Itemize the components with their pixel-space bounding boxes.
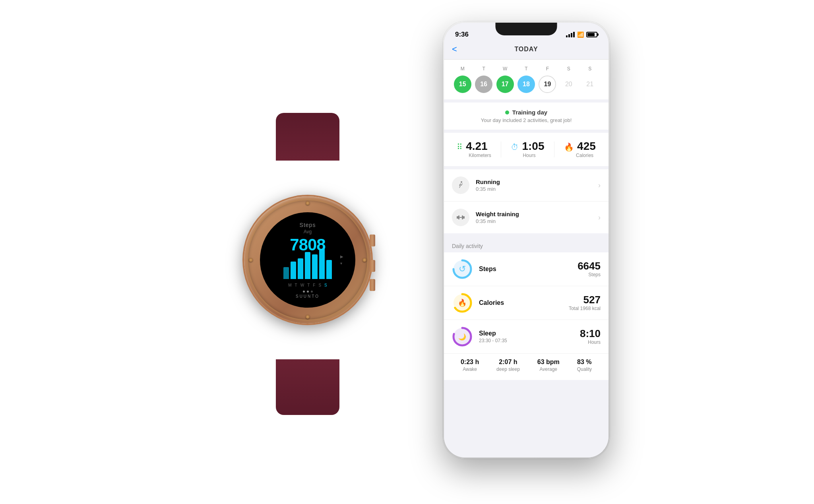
watch-dot-2: [307, 291, 309, 293]
day-label-m: M: [454, 66, 471, 72]
watch-day-s2: S: [324, 283, 327, 287]
day-label-f: F: [539, 66, 556, 72]
stat-duration: ⏱ 1:05 Hours: [511, 141, 544, 158]
sleep-unit: Hours: [580, 339, 601, 345]
activity-row-running[interactable]: Running 0:35 min ›: [444, 169, 609, 202]
stat-calories: 🔥 425 Calories: [564, 141, 596, 158]
calories-unit: Calories: [576, 153, 593, 158]
phone-frame: 9:36 📶: [443, 21, 610, 459]
calories-icon: 🔥: [458, 299, 467, 307]
phone-content[interactable]: < TODAY M T W T F S S: [444, 42, 609, 457]
sleep-metric-deep: 2:07 h deep sleep: [496, 359, 520, 372]
watch-button-3[interactable]: [370, 279, 375, 291]
watch-bar-3: [298, 258, 303, 279]
sleep-value: 8:10: [580, 328, 601, 339]
calories-info: Calories: [479, 299, 569, 306]
stat-divider-1: [501, 142, 501, 157]
calendar-day-17[interactable]: 17: [496, 76, 514, 93]
training-day-subtitle: Your day included 2 activities, great jo…: [452, 117, 601, 123]
svg-rect-1: [457, 216, 458, 219]
steps-name: Steps: [479, 266, 578, 273]
day-label-t2: T: [517, 66, 535, 72]
battery-fill: [587, 33, 595, 36]
training-day-title: Training day: [452, 109, 601, 116]
watch-arrow-down: ▾: [340, 261, 343, 266]
back-button[interactable]: <: [452, 44, 457, 54]
watch-screen: Steps Avg 7808 ▶ ▾: [260, 212, 355, 308]
phone-inner: 9:36 📶: [444, 23, 609, 457]
calories-name: Calories: [479, 299, 569, 306]
watch-bar-7: [326, 260, 332, 279]
status-time: 9:36: [455, 31, 469, 39]
watch-day-w: W: [300, 283, 304, 287]
daily-stat-steps[interactable]: ↺ Steps 6645 Steps: [444, 252, 609, 286]
watch-nav-arrows: ▶ ▾: [340, 254, 343, 266]
duration-value: 1:05: [522, 141, 544, 152]
daily-stat-calories[interactable]: 🔥 Calories 527 Total 1968 kcal: [444, 286, 609, 320]
watch-button-1[interactable]: [370, 235, 375, 246]
watch-screw: [306, 315, 310, 319]
stats-row: ⠿ 4.21 Kilometers ⏱ 1:05 Hours: [444, 133, 609, 166]
sleep-icon: 🌙: [458, 333, 466, 341]
running-chevron: ›: [598, 181, 601, 190]
phone-notch: [496, 23, 557, 35]
sleep-metric-awake: 0:23 h Awake: [461, 359, 479, 372]
watch-day-f: F: [313, 283, 315, 287]
running-name: Running: [476, 178, 598, 185]
signal-bar-4: [573, 32, 575, 37]
watch-bar-chart: [283, 259, 332, 279]
daily-stat-sleep[interactable]: 🌙 Sleep 23:30 - 07:35 8:10 Hours: [444, 320, 609, 354]
training-day-section: Training day Your day included 2 activit…: [444, 103, 609, 130]
activity-row-weights[interactable]: Weight training 0:35 min ›: [444, 202, 609, 233]
running-icon: [452, 176, 469, 194]
training-day-label: Training day: [512, 109, 547, 116]
deep-sleep-label: deep sleep: [496, 366, 520, 372]
watch-bar-2: [291, 262, 296, 279]
stat-distance-val: ⠿ 4.21: [457, 141, 488, 152]
weights-chevron: ›: [598, 213, 601, 222]
calories-value-block: 527 Total 1968 kcal: [569, 295, 601, 311]
day-label-w: W: [496, 66, 514, 72]
calendar-week: M T W T F S S 15 16 17 18: [444, 60, 609, 99]
svg-rect-5: [459, 217, 462, 218]
watch-avg-label: Avg: [304, 229, 312, 235]
sleep-breakdown: 0:23 h Awake 2:07 h deep sleep 63 bpm Av…: [444, 354, 609, 380]
calendar-day-15[interactable]: 15: [454, 76, 471, 93]
watch-day-m: M: [288, 283, 291, 287]
steps-value-block: 6645 Steps: [578, 261, 601, 277]
calories-daily-value: 527: [569, 295, 601, 305]
watch-case: Steps Avg 7808 ▶ ▾: [244, 196, 371, 324]
watch-dot-3: [311, 291, 313, 293]
calories-circle-progress: 🔥: [452, 293, 473, 313]
stat-calories-val: 🔥 425: [564, 141, 596, 152]
steps-info: Steps: [479, 266, 578, 273]
stat-duration-val: ⏱ 1:05: [511, 141, 544, 152]
signal-bar-1: [566, 35, 568, 37]
sleep-info: Sleep 23:30 - 07:35: [479, 330, 580, 343]
watch-screw: [362, 258, 366, 262]
distance-value: 4.21: [466, 141, 488, 152]
watch-bar-4: [305, 252, 310, 279]
watch-day-t1: T: [295, 283, 297, 287]
running-info: Running 0:35 min: [476, 178, 598, 192]
watch-steps-label: Steps: [300, 222, 316, 228]
day-label-t1: T: [475, 66, 492, 72]
watch-day-s1: S: [318, 283, 321, 287]
calendar-day-18[interactable]: 18: [517, 76, 535, 93]
calendar-day-16[interactable]: 16: [475, 76, 492, 93]
watch-screw: [249, 258, 253, 262]
week-days: 15 16 17 18 19 20 21: [452, 76, 601, 93]
activity-section: Running 0:35 min ›: [444, 169, 609, 233]
calendar-day-19[interactable]: 19: [539, 76, 556, 93]
sleep-name: Sleep: [479, 330, 580, 337]
steps-icon: ↺: [459, 264, 466, 274]
running-duration: 0:35 min: [476, 186, 598, 192]
day-label-s2: S: [581, 66, 599, 72]
duration-icon: ⏱: [511, 143, 519, 152]
wifi-icon: 📶: [577, 31, 584, 38]
watch-button-2[interactable]: [370, 260, 375, 272]
daily-activity-label: Daily activity: [444, 236, 609, 252]
steps-circle-progress: ↺: [452, 259, 473, 279]
sleep-value-block: 8:10 Hours: [580, 328, 601, 345]
watch-band-top: [276, 113, 339, 161]
